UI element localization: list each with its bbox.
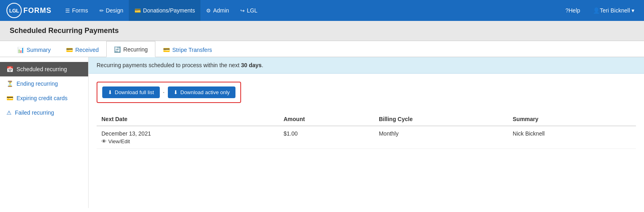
download-full-icon: ⬇ [108, 89, 112, 95]
download-full-list-button[interactable]: ⬇ Download full list [102, 86, 160, 98]
tab-recurring[interactable]: 🔄 Recurring [106, 41, 155, 57]
nav-forms[interactable]: ☰ Forms [60, 0, 94, 21]
tabs-bar: 📊 Summary 💳 Received 🔄 Recurring 💳 Strip… [0, 41, 644, 57]
forms-icon: ☰ [65, 8, 70, 14]
help-link[interactable]: ? Help [562, 7, 584, 14]
col-billing-cycle: Billing Cycle [374, 113, 508, 126]
col-summary: Summary [508, 113, 636, 126]
table-row: December 13, 2021 👁 View/Edit $1.00 Mont… [97, 126, 636, 149]
hourglass-icon: ⏳ [6, 80, 13, 87]
user-menu[interactable]: 👤 Teri Bicknell ▾ [590, 7, 638, 14]
cell-billing-cycle: Monthly [374, 126, 508, 149]
view-edit-link[interactable]: 👁 View/Edit [101, 138, 274, 144]
content-area: 📅 Scheduled recurring ⏳ Ending recurring… [0, 57, 644, 208]
recurring-tab-icon: 🔄 [114, 46, 121, 53]
tab-received[interactable]: 💳 Received [58, 41, 106, 57]
sidebar-item-failed[interactable]: ⚠ Failed recurring [0, 105, 88, 120]
cell-amount: $1.00 [279, 126, 374, 149]
tab-stripe[interactable]: 💳 Stripe Transfers [155, 41, 220, 57]
sidebar-item-expiring[interactable]: 💳 Expiring credit cards [0, 91, 88, 105]
design-icon: ✏ [99, 8, 104, 14]
recurring-table: Next Date Amount Billing Cycle Summary D… [97, 113, 636, 149]
navbar-right: ? Help 👤 Teri Bicknell ▾ [562, 7, 638, 14]
main-content: Recurring payments scheduled to process … [89, 57, 644, 208]
sidebar-item-scheduled[interactable]: 📅 Scheduled recurring [0, 62, 88, 76]
nav-lgl[interactable]: ↪ LGL [235, 0, 263, 21]
download-area: ⬇ Download full list · ⬇ Download active… [97, 82, 241, 103]
received-tab-icon: 💳 [66, 47, 73, 53]
download-active-icon: ⬇ [173, 89, 178, 95]
lgl-icon: ↪ [240, 8, 245, 14]
warning-icon: ⚠ [6, 109, 12, 116]
chevron-down-icon: ▾ [632, 7, 634, 14]
nav-admin[interactable]: ⚙ Admin [200, 0, 235, 21]
cell-summary: Nick Bicknell [508, 126, 636, 149]
summary-tab-icon: 📊 [17, 47, 24, 53]
table-body: December 13, 2021 👁 View/Edit $1.00 Mont… [97, 126, 636, 149]
stripe-tab-icon: 💳 [163, 47, 170, 53]
logo: LGL [6, 3, 22, 18]
brand-name: FORMS [23, 6, 52, 15]
cell-next-date: December 13, 2021 👁 View/Edit [97, 126, 279, 149]
info-banner: Recurring payments scheduled to process … [89, 57, 644, 74]
user-icon: 👤 [593, 7, 600, 14]
nav-items: ☰ Forms ✏ Design 💳 Donations/Payments ⚙ … [60, 0, 562, 21]
eye-icon: 👁 [101, 138, 107, 144]
donations-icon: 💳 [134, 8, 141, 14]
col-amount: Amount [279, 113, 374, 126]
creditcard-icon: 💳 [6, 95, 13, 101]
help-icon: ? [566, 7, 569, 14]
sidebar-item-ending[interactable]: ⏳ Ending recurring [0, 76, 88, 91]
main-body: ⬇ Download full list · ⬇ Download active… [89, 74, 644, 157]
brand[interactable]: LGL FORMS [6, 3, 52, 18]
sidebar: 📅 Scheduled recurring ⏳ Ending recurring… [0, 57, 89, 208]
download-active-only-button[interactable]: ⬇ Download active only [168, 86, 235, 98]
admin-icon: ⚙ [206, 8, 211, 14]
col-next-date: Next Date [97, 113, 279, 126]
table-header: Next Date Amount Billing Cycle Summary [97, 113, 636, 126]
tab-summary[interactable]: 📊 Summary [10, 41, 58, 57]
calendar-icon: 📅 [6, 66, 13, 72]
nav-design[interactable]: ✏ Design [94, 0, 129, 21]
navbar: LGL FORMS ☰ Forms ✏ Design 💳 Donations/P… [0, 0, 644, 21]
nav-donations[interactable]: 💳 Donations/Payments [129, 0, 200, 21]
separator: · [163, 89, 165, 96]
page-header: Scheduled Recurring Payments [0, 21, 644, 41]
